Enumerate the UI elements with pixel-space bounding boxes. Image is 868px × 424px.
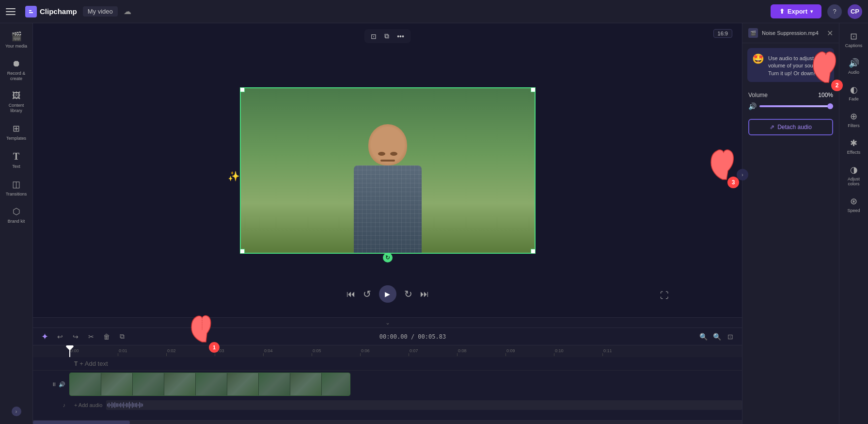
add-clip-button[interactable]: ✦ <box>39 331 50 342</box>
waveform-bar <box>141 403 142 407</box>
sidebar-item-templates[interactable]: ⊞ Templates <box>2 119 31 145</box>
save-icon[interactable]: ☁ <box>124 7 131 16</box>
skip-back-button[interactable]: ⏮ <box>347 289 355 299</box>
redo-button[interactable]: ↪ <box>70 331 81 342</box>
waveform-bar <box>125 404 126 407</box>
effects-label: Effects <box>847 150 860 155</box>
waveform-area <box>106 400 742 410</box>
video-track: ⏸ 🔊 <box>33 371 742 398</box>
waveform-bar <box>113 403 114 407</box>
clip-thumb <box>259 373 290 395</box>
filters-button[interactable]: ⊕ Filters <box>841 107 867 132</box>
detach-audio-label: Detach audio <box>777 124 812 130</box>
effects-button[interactable]: ✱ Effects <box>841 134 867 159</box>
fade-label: Fade <box>849 97 859 101</box>
brand-kit-icon: ⬡ <box>13 206 20 217</box>
video-frame[interactable] <box>241 88 535 253</box>
playhead[interactable] <box>69 345 70 357</box>
add-text-button[interactable]: T + Add text <box>74 360 108 367</box>
sidebar-item-your-media[interactable]: 🎬 Your media <box>2 27 31 53</box>
close-properties-button[interactable]: ✕ <box>827 29 833 38</box>
svg-rect-0 <box>28 8 34 15</box>
duplicate-button[interactable]: ⧉ <box>116 331 128 342</box>
waveform-bar <box>129 402 130 408</box>
sidebar-item-label-templates: Templates <box>6 136 26 141</box>
resize-handle-tr[interactable] <box>531 87 536 92</box>
playback-controls: ⏮ ↺ ▶ ↻ ⏭ <box>347 285 429 303</box>
sidebar-item-transitions[interactable]: ◫ Transitions <box>2 175 31 201</box>
export-arrow: ▾ <box>810 9 813 14</box>
waveform-bar <box>130 404 131 407</box>
sidebar-expand-button[interactable]: › <box>12 407 21 416</box>
sidebar-item-record-create[interactable]: ⏺ Record &create <box>2 55 31 85</box>
sidebar-item-label-content-library: Contentlibrary <box>9 103 24 114</box>
clip-thumb <box>133 373 164 395</box>
rewind-button[interactable]: ↺ <box>363 288 371 300</box>
filters-label: Filters <box>848 123 860 128</box>
video-clip[interactable] <box>69 373 350 396</box>
callout-emoji: 🤩 <box>752 53 764 65</box>
resize-handle-br[interactable] <box>531 249 536 254</box>
clip-thumb <box>164 373 196 395</box>
clip-thumb <box>101 373 133 395</box>
resize-handle-tl[interactable] <box>240 87 245 92</box>
filters-icon: ⊕ <box>850 111 857 122</box>
timeline-collapse-button[interactable]: ⌄ <box>33 318 742 328</box>
avatar[interactable]: CP <box>848 4 862 19</box>
timeline-scrollbar-thumb[interactable] <box>33 421 130 424</box>
fade-icon: ◐ <box>850 84 858 95</box>
callout-close-button[interactable]: ✕ <box>824 51 830 59</box>
audio-toggle-button[interactable]: 🔊 <box>59 381 65 388</box>
zoom-controls: 🔍 🔍 ⊡ <box>697 331 736 342</box>
adjust-colors-button[interactable]: ◑ Adjustcolors <box>841 161 867 190</box>
rotation-handle[interactable]: ↻ <box>383 253 393 262</box>
fullscreen-button[interactable]: ⛶ <box>660 291 669 301</box>
pause-button[interactable]: ⏸ <box>51 381 57 387</box>
resize-handle-bl[interactable] <box>240 249 245 254</box>
add-audio-button[interactable]: + Add audio <box>69 402 102 408</box>
undo-button[interactable]: ↩ <box>54 331 66 342</box>
volume-slider-thumb[interactable] <box>827 103 833 109</box>
sidebar-item-label-text: Text <box>12 164 20 169</box>
audio-button[interactable]: 🔊 Audio <box>841 54 867 79</box>
waveform-bar <box>127 403 128 407</box>
zoom-out-button[interactable]: 🔍 <box>697 331 709 342</box>
clip-thumb <box>290 373 322 395</box>
ruler-mark: 0:10 <box>554 348 602 356</box>
speed-button[interactable]: ⊛ Speed <box>841 192 867 217</box>
clip-thumb <box>70 373 101 395</box>
zoom-in-button[interactable]: 🔍 <box>711 331 723 342</box>
play-button[interactable]: ▶ <box>379 285 396 303</box>
properties-expand-button[interactable]: › <box>737 169 748 180</box>
volume-slider[interactable] <box>759 105 833 107</box>
detach-audio-button[interactable]: ⇗ Detach audio <box>748 119 833 135</box>
clip-thumb <box>227 373 259 395</box>
menu-icon[interactable] <box>6 5 19 18</box>
fade-button[interactable]: ◐ Fade <box>841 81 867 105</box>
timeline-scrollbar[interactable] <box>33 420 742 424</box>
delete-button[interactable]: 🗑 <box>101 331 112 342</box>
magic-edit-button[interactable]: ✨ <box>228 170 240 182</box>
track-controls: ⏸ 🔊 <box>33 381 69 388</box>
resize-button[interactable]: ⧉ <box>382 31 391 41</box>
sidebar-item-text[interactable]: T Text <box>2 147 31 173</box>
sidebar-item-label-record-create: Record &create <box>7 71 26 82</box>
forward-button[interactable]: ↻ <box>404 288 412 300</box>
sidebar-item-content-library[interactable]: 🖼 Contentlibrary <box>2 87 31 117</box>
help-button[interactable]: ? <box>827 4 842 19</box>
fit-timeline-button[interactable]: ⊡ <box>725 331 736 342</box>
export-button[interactable]: ⬆ Export ▾ <box>771 4 821 18</box>
cut-button[interactable]: ✂ <box>85 331 97 342</box>
export-icon: ⬆ <box>779 8 785 15</box>
templates-icon: ⊞ <box>13 123 20 134</box>
more-options-button[interactable]: ••• <box>395 32 406 41</box>
skip-forward-button[interactable]: ⏭ <box>420 289 429 299</box>
sidebar-item-brand-kit[interactable]: ⬡ Brand kit <box>2 202 31 228</box>
captions-button[interactable]: ⊡ Captions <box>841 27 867 52</box>
crop-button[interactable]: ⊡ <box>369 32 379 41</box>
your-media-icon: 🎬 <box>11 31 22 42</box>
project-name[interactable]: My video <box>83 6 118 16</box>
logo-icon <box>25 6 37 17</box>
volume-header: Volume 100% <box>748 92 833 98</box>
app-name: Clipchamp <box>40 7 77 16</box>
